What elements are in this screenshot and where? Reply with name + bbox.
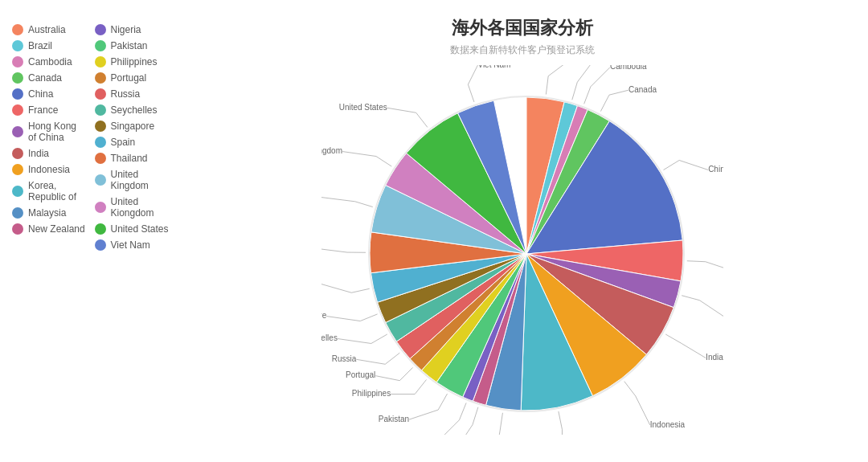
svg-text:India: India [706,353,723,362]
svg-text:Philippines: Philippines [352,389,391,398]
legend-dot [95,153,106,164]
legend-dot [95,24,106,35]
svg-text:United Kiongdom: United Kiongdom [321,146,342,155]
legend-dot [95,104,106,116]
svg-text:Viet Nam: Viet Nam [477,65,510,69]
legend-dot [12,104,23,116]
svg-text:Indonesia: Indonesia [650,420,686,429]
legend-item: Malaysia [12,207,87,219]
legend-item: Hong Kong of China [12,121,87,143]
legend-item: France [12,104,87,116]
legend-item: Brazil [12,40,87,51]
legend-dot [12,207,23,219]
legend-dot [95,202,106,213]
legend-dot [12,24,23,35]
legend-dot [12,223,23,235]
legend-item: Spain [95,137,170,148]
chart-title: 海外各国国家分析 [452,16,593,40]
svg-text:United States: United States [339,103,387,112]
legend-item: Australia [12,24,87,35]
svg-text:Seychelles: Seychelles [321,333,338,342]
svg-text:Singapore: Singapore [321,311,327,320]
legend-item: New Zealand [12,223,87,235]
legend-dot [12,88,23,100]
legend-item: Thailand [95,153,170,164]
legend-item: Canada [12,72,87,84]
pie-chart: AustraliaBrazilCambodiaCanadaChinaFrance… [321,65,723,435]
legend-item: China [12,88,87,100]
svg-text:Portugal: Portugal [346,370,375,379]
legend-dot [95,239,106,251]
legend-dot [95,174,106,186]
svg-text:Canada: Canada [628,85,657,94]
legend-dot [12,148,23,159]
legend-dot [95,72,106,84]
legend-item: Korea, Republic of [12,180,87,202]
legend-item: Russia [95,88,170,100]
chart-area: 海外各国国家分析 数据来自新特软件客户预登记系统 AustraliaBrazil… [177,0,868,462]
legend-item: Portugal [95,72,170,84]
legend-item: Seychelles [95,104,170,116]
svg-text:Pakistan: Pakistan [379,415,409,423]
legend-item: India [12,148,87,159]
svg-text:China: China [708,165,723,174]
legend-item: Nigeria [95,24,170,35]
legend-item: Pakistan [95,40,170,51]
legend-item: Cambodia [12,56,87,67]
svg-text:Cambodia: Cambodia [610,65,647,71]
legend-dot [95,137,106,148]
legend-dot [95,88,106,100]
legend-dot [95,223,106,235]
legend-dot [95,40,106,51]
chart-subtitle: 数据来自新特软件客户预登记系统 [450,43,595,57]
svg-text:Brazil: Brazil [592,65,612,67]
legend-item: United Kiongdom [95,196,170,219]
legend-dot [12,56,23,67]
legend-panel: Australia Brazil Cambodia Canada China F… [0,0,177,462]
legend-item: Philippines [95,56,170,67]
legend-item: Indonesia [12,164,87,175]
legend-dot [12,72,23,84]
legend-dot [95,121,106,132]
legend-item: Viet Nam [95,239,170,251]
legend-dot [12,40,23,51]
legend-dot [95,56,106,67]
pie-svg: AustraliaBrazilCambodiaCanadaChinaFrance… [321,65,723,435]
legend-dot [12,186,23,197]
legend-item: Singapore [95,121,170,132]
legend-item: United States [95,223,170,235]
svg-text:Russia: Russia [332,354,357,363]
legend-dot [12,164,23,175]
legend-dot [12,126,23,137]
legend-item: United Kingdom [95,169,170,191]
